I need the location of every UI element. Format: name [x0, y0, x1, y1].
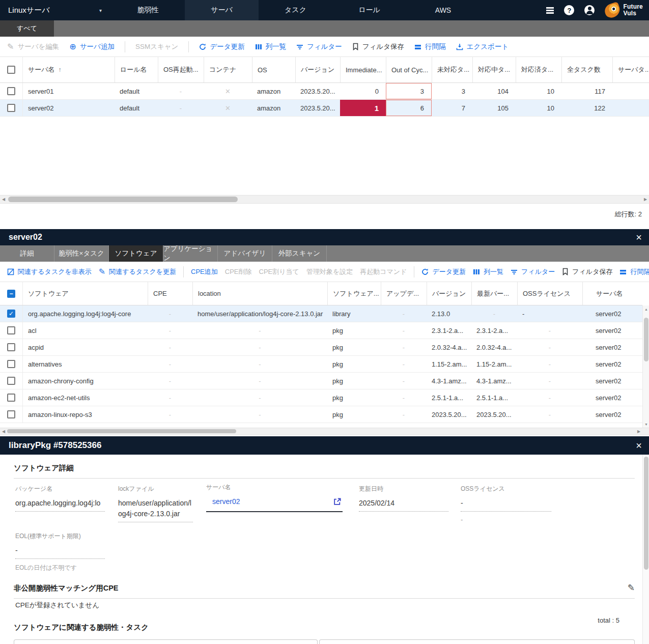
- scroll-left-icon[interactable]: ◀: [0, 195, 7, 203]
- table-row[interactable]: ✓ org.apache.logging.log4j:log4j-core - …: [0, 305, 642, 322]
- scrollbar-thumb[interactable]: [644, 457, 648, 570]
- nav-item-task[interactable]: タスク: [259, 0, 332, 20]
- table-row[interactable]: amazon-ec2-net-utils - - pkg - 2.5.1-1.a…: [0, 389, 642, 406]
- col-header-license[interactable]: OSSライセンス: [517, 282, 582, 305]
- row-checkbox[interactable]: [7, 360, 15, 368]
- edit-server-button[interactable]: ✎ サーバを編集: [7, 42, 59, 51]
- scroll-up-icon[interactable]: ▲: [643, 305, 649, 313]
- hide-related-tasks-button[interactable]: 関連するタスクを非表示: [7, 267, 92, 276]
- col-header-working-tasks[interactable]: 対応中タ...: [472, 57, 516, 82]
- col-header-server-tasks[interactable]: サーバタ...: [612, 57, 649, 82]
- row-spacing-button[interactable]: 行間隔: [619, 267, 649, 276]
- scroll-right-icon[interactable]: ▶: [642, 195, 649, 203]
- close-icon[interactable]: ×: [636, 232, 642, 242]
- col-header-cpe[interactable]: CPE: [148, 282, 192, 305]
- row-spacing-button[interactable]: 行間隔: [414, 42, 446, 51]
- row-checkbox[interactable]: [7, 326, 15, 334]
- close-icon[interactable]: ×: [636, 440, 642, 451]
- col-header-done-tasks[interactable]: 対応済タ...: [516, 57, 561, 82]
- col-header-total-tasks[interactable]: 全タスク数: [561, 57, 612, 82]
- server-toolbar: ✎ サーバを編集 ⊕ サーバ追加 SSMスキャン データ更新 列一覧 フィルター…: [0, 37, 649, 57]
- col-header-software[interactable]: ソフトウェア: [23, 282, 148, 305]
- divider: [125, 41, 125, 52]
- row-checkbox[interactable]: [7, 377, 15, 385]
- tab-application[interactable]: アプリケーション: [163, 245, 218, 262]
- col-header-server-name[interactable]: サーバ名: [582, 282, 642, 305]
- filter-button[interactable]: フィルター: [511, 267, 555, 276]
- save-filter-button[interactable]: フィルタ保存: [562, 267, 612, 276]
- tab-software[interactable]: ソフトウェア: [109, 245, 163, 262]
- user-icon[interactable]: [584, 5, 595, 15]
- col-header-type[interactable]: ソフトウェア...: [327, 282, 381, 305]
- row-checkbox[interactable]: [7, 410, 15, 418]
- tab-advisory[interactable]: アドバイザリ: [218, 245, 272, 262]
- col-header-immediate[interactable]: Immediate...: [340, 57, 386, 82]
- refresh-data-button[interactable]: データ更新: [421, 267, 466, 276]
- reboot-command-button[interactable]: 再起動コマンド: [360, 267, 407, 276]
- help-icon[interactable]: ?: [564, 5, 574, 15]
- row-checkbox[interactable]: [7, 394, 15, 402]
- col-header-location[interactable]: location: [192, 282, 327, 305]
- col-header-os[interactable]: OS: [252, 57, 295, 82]
- column-list-button[interactable]: 列一覧: [255, 42, 287, 51]
- server-link[interactable]: server02: [212, 496, 240, 507]
- cpe-delete-button[interactable]: CPE削除: [225, 267, 252, 276]
- package-detail-body: ソフトウェア詳細 パッケージ名 org.apache.logging.log4j…: [0, 455, 642, 644]
- select-all-checkbox[interactable]: −: [7, 290, 15, 298]
- scroll-down-icon[interactable]: ▼: [643, 421, 649, 428]
- table-row[interactable]: server02 default - ✕ amazon 2023.5.20...…: [0, 100, 649, 117]
- scroll-left-icon[interactable]: ◀: [0, 428, 7, 434]
- nav-item-role[interactable]: ロール: [332, 0, 406, 20]
- col-header-os-reboot[interactable]: OS再起動...: [158, 57, 204, 82]
- refresh-data-button[interactable]: データ更新: [199, 42, 244, 51]
- ssm-scan-button[interactable]: SSMスキャン: [135, 42, 179, 51]
- table-row[interactable]: server01 default - ✕ amazon 2023.5.20...…: [0, 83, 649, 100]
- scrollbar-thumb[interactable]: [644, 318, 648, 361]
- cpe-assign-button[interactable]: CPE割り当て: [259, 267, 299, 276]
- col-header-update[interactable]: アップデ...: [381, 282, 427, 305]
- tab-detail[interactable]: 詳細: [0, 245, 54, 262]
- table-row[interactable]: acl - - pkg - 2.3.1-2.a... 2.3.1-2.a... …: [0, 322, 642, 339]
- nav-item-aws[interactable]: AWS: [406, 0, 480, 20]
- tab-vuln-task[interactable]: 脆弱性×タスク: [54, 245, 109, 262]
- scrollbar-thumb[interactable]: [8, 197, 238, 202]
- scroll-right-icon[interactable]: ▶: [635, 428, 642, 434]
- refresh-icon: [199, 43, 206, 50]
- manage-target-button[interactable]: 管理対象を設定: [306, 267, 353, 276]
- col-header-version[interactable]: バージョン: [427, 282, 471, 305]
- col-header-open-tasks[interactable]: 未対応タ...: [432, 57, 472, 82]
- table-row[interactable]: amazon-chrony-config - - pkg - 4.3-1.amz…: [0, 373, 642, 389]
- table-row[interactable]: alternatives - - pkg - 1.15-2.am... 1.15…: [0, 356, 642, 373]
- select-all-checkbox[interactable]: [7, 66, 15, 74]
- cpe-add-button[interactable]: CPE追加: [191, 267, 218, 276]
- tab-external-scan[interactable]: 外部スキャン: [272, 245, 327, 262]
- table-row[interactable]: amazon-linux-repo-s3 - - pkg - 2023.5.20…: [0, 406, 642, 423]
- save-filter-button[interactable]: フィルタ保存: [352, 42, 404, 51]
- col-header-container[interactable]: コンテナ: [204, 57, 252, 82]
- row-checkbox[interactable]: [7, 343, 15, 351]
- external-link-icon[interactable]: [333, 497, 342, 506]
- update-related-tasks-button[interactable]: ✎ 関連するタスクを更新: [99, 267, 176, 276]
- add-server-button[interactable]: ⊕ サーバ追加: [69, 42, 115, 51]
- col-header-server-name[interactable]: サーバ名↑: [23, 57, 115, 82]
- col-header-version[interactable]: バージョン: [295, 57, 340, 82]
- table-row[interactable]: acpid - - pkg - 2.0.32-4.a... 2.0.32-4.a…: [0, 339, 642, 356]
- filter-icon: [511, 268, 518, 275]
- menu-icon[interactable]: [546, 7, 554, 14]
- export-button[interactable]: エクスポート: [456, 42, 509, 51]
- row-checkbox[interactable]: ✓: [7, 310, 15, 318]
- row-checkbox[interactable]: [7, 87, 15, 95]
- filter-button[interactable]: フィルター: [296, 42, 342, 51]
- col-header-out-of-cycle[interactable]: Out of Cyc...: [386, 57, 432, 82]
- col-header-role[interactable]: ロール名: [115, 57, 158, 82]
- nav-item-server[interactable]: サーバ: [185, 0, 259, 20]
- column-list-button[interactable]: 列一覧: [473, 267, 503, 276]
- nav-item-vulnerability[interactable]: 脆弱性: [111, 0, 185, 20]
- service-switcher[interactable]: Linuxサーバ ▾: [0, 0, 111, 20]
- edit-cpe-icon[interactable]: ✎: [628, 583, 635, 592]
- col-header-latest[interactable]: 最新バー...: [471, 282, 517, 305]
- tab-all[interactable]: すべて: [0, 20, 54, 37]
- row-checkbox[interactable]: [7, 104, 15, 112]
- horizontal-scrollbar: ◀ ▶: [0, 428, 649, 435]
- scrollbar-thumb[interactable]: [7, 429, 236, 433]
